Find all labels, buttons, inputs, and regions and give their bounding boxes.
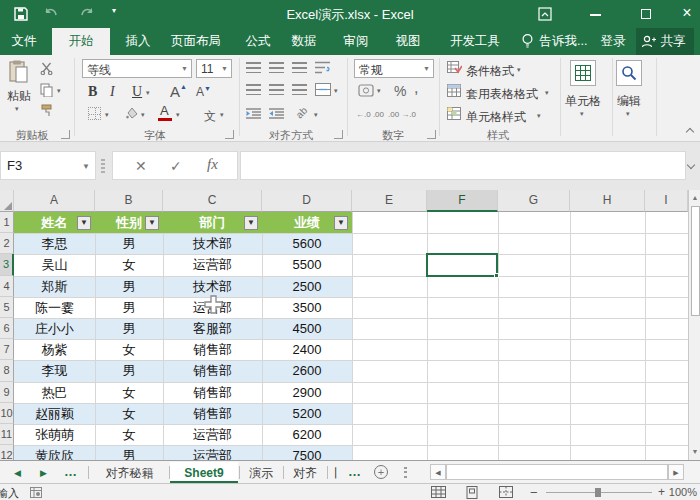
cell-C7[interactable]: 销售部 — [163, 339, 262, 360]
cell-B7[interactable]: 女 — [95, 339, 163, 360]
phonetic-button[interactable]: 文 — [204, 108, 216, 125]
page-layout-view-icon[interactable] — [465, 486, 479, 499]
row-header-8[interactable]: 8 — [0, 360, 14, 381]
clipboard-dialog-launcher[interactable] — [61, 130, 70, 139]
enter-button[interactable]: ✓ — [170, 158, 182, 174]
minimize-button[interactable] — [584, 0, 608, 28]
cell-D6[interactable]: 4500 — [262, 318, 352, 339]
vscroll-thumb[interactable] — [691, 206, 700, 316]
orientation-icon[interactable]: ab — [294, 105, 310, 121]
column-header-F[interactable]: F — [427, 190, 498, 212]
page-break-view-icon[interactable] — [499, 486, 513, 498]
cell-B12[interactable]: 男 — [95, 445, 163, 460]
align-left-icon[interactable] — [246, 84, 261, 95]
decrease-font-button[interactable]: A▼ — [196, 85, 211, 99]
collapse-ribbon-icon[interactable] — [686, 128, 694, 136]
hscroll-right-button[interactable]: ▶ — [668, 464, 684, 480]
row-header-12[interactable]: 12 — [0, 445, 14, 460]
align-middle-icon[interactable] — [269, 62, 284, 73]
sheet-tab-partial[interactable]: 丨 — [330, 462, 341, 484]
sheet-nav-right-icon[interactable]: ▶ — [40, 462, 47, 484]
cell-D11[interactable]: 6200 — [262, 424, 352, 445]
vertical-scrollbar[interactable]: ▲▼ — [688, 190, 700, 460]
increase-decimal-button[interactable]: ←.0 .00 — [356, 110, 384, 119]
tab-公式[interactable]: 公式 — [234, 28, 282, 55]
insert-function-button[interactable]: fx — [207, 156, 218, 173]
cell-D12[interactable]: 7500 — [262, 445, 352, 460]
tab-审阅[interactable]: 审阅 — [334, 28, 378, 55]
font-dialog-launcher[interactable] — [225, 130, 234, 139]
cut-icon[interactable] — [40, 62, 53, 75]
row-header-1[interactable]: 1 — [0, 212, 14, 233]
decrease-indent-icon[interactable] — [246, 108, 262, 119]
cell-C9[interactable]: 销售部 — [163, 382, 262, 403]
alignment-dialog-launcher[interactable] — [334, 130, 343, 139]
cell-D9[interactable]: 2900 — [262, 382, 352, 403]
row-header-2[interactable]: 2 — [0, 233, 14, 254]
cell-A5[interactable]: 陈一霎 — [14, 297, 95, 318]
cancel-button[interactable]: ✕ — [135, 158, 147, 174]
row-header-10[interactable]: 10 — [0, 403, 14, 424]
italic-button[interactable]: I — [110, 84, 115, 100]
underline-dropdown[interactable]: ▾ — [146, 89, 150, 97]
column-header-G[interactable]: G — [498, 190, 570, 212]
sign-in[interactable]: 登录 — [596, 28, 630, 55]
cell-styles-button[interactable]: 单元格样式 — [466, 109, 526, 126]
increase-font-button[interactable]: A▲ — [170, 83, 187, 100]
tab-开始[interactable]: 开始 — [52, 28, 110, 55]
accounting-format-icon[interactable] — [358, 83, 374, 98]
orientation-dropdown[interactable]: ▾ — [314, 111, 318, 119]
sheet-nav-overflow[interactable]: … — [64, 462, 77, 482]
formula-bar-handle[interactable] — [101, 159, 105, 173]
tab-tell-me[interactable]: 告诉我... — [536, 28, 591, 55]
cell-B4[interactable]: 男 — [95, 276, 163, 297]
fill-color-icon[interactable] — [124, 107, 139, 121]
filter-dropdown-性别[interactable]: ▼ — [145, 216, 159, 230]
format-table-button[interactable]: 套用表格格式 — [466, 86, 538, 103]
column-header-C[interactable]: C — [163, 190, 262, 212]
font-color-dropdown[interactable]: ▾ — [176, 111, 180, 119]
merge-center-icon[interactable] — [315, 83, 331, 96]
cell-A9[interactable]: 热巴 — [14, 382, 95, 403]
percent-style-button[interactable]: % — [394, 83, 406, 99]
cell-D4[interactable]: 2500 — [262, 276, 352, 297]
align-right-icon[interactable] — [292, 84, 307, 95]
tab-开发工具[interactable]: 开发工具 — [440, 28, 510, 55]
filter-dropdown-部门[interactable]: ▼ — [244, 216, 258, 230]
cell-B5[interactable]: 男 — [95, 297, 163, 318]
borders-button[interactable] — [88, 107, 101, 120]
cell-B6[interactable]: 男 — [95, 318, 163, 339]
align-center-icon[interactable] — [269, 84, 284, 95]
tab-视图[interactable]: 视图 — [386, 28, 430, 55]
row-header-6[interactable]: 6 — [0, 318, 14, 339]
sheet-tab-对齐秘籍[interactable]: 对齐秘籍 — [90, 462, 169, 484]
cell-B8[interactable]: 男 — [95, 360, 163, 381]
sheet-tab-对齐[interactable]: 对齐 — [284, 462, 326, 484]
cell-D7[interactable]: 2400 — [262, 339, 352, 360]
tab-splitter[interactable] — [404, 467, 407, 478]
cell-B3[interactable]: 女 — [95, 254, 163, 275]
expand-formula-bar-icon[interactable] — [687, 161, 695, 169]
borders-dropdown[interactable]: ▾ — [105, 111, 109, 119]
cell-C3[interactable]: 运营部 — [163, 254, 262, 275]
conditional-format-button[interactable]: 条件格式 — [466, 63, 514, 80]
filter-dropdown-姓名[interactable]: ▼ — [77, 216, 91, 230]
cell-D3[interactable]: 5500 — [262, 254, 352, 275]
row-header-7[interactable]: 7 — [0, 339, 14, 360]
cell-C10[interactable]: 销售部 — [163, 403, 262, 424]
cell-B2[interactable]: 男 — [95, 233, 163, 254]
bold-button[interactable]: B — [88, 84, 97, 100]
zoom-level[interactable]: 100% — [669, 486, 697, 498]
copy-icon[interactable] — [40, 83, 53, 97]
cell-C2[interactable]: 技术部 — [163, 233, 262, 254]
close-button[interactable]: × — [674, 0, 700, 28]
name-box-dropdown[interactable]: ▼ — [82, 162, 90, 171]
cell-C11[interactable]: 运营部 — [163, 424, 262, 445]
phonetic-dropdown[interactable]: ▾ — [220, 111, 224, 119]
zoom-out-button[interactable]: − — [530, 485, 538, 500]
format-painter-icon[interactable] — [40, 104, 54, 118]
row-header-5[interactable]: 5 — [0, 297, 14, 318]
sheet-overflow[interactable]: … — [348, 462, 361, 482]
cell-B9[interactable]: 女 — [95, 382, 163, 403]
zoom-in-button[interactable]: + — [658, 485, 665, 499]
